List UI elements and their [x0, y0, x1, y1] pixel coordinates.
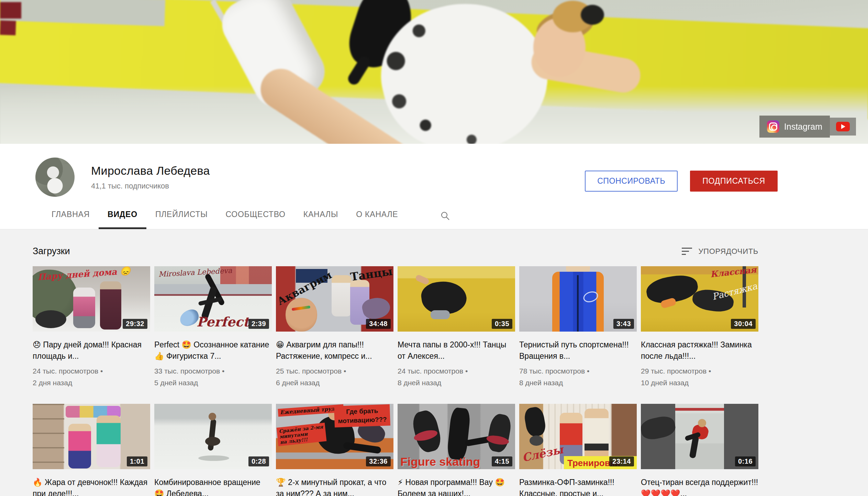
video-title[interactable]: Разминка-ОФП-заминка!!! Классные, просты… [519, 477, 637, 496]
thumb-art [68, 424, 91, 468]
video-title[interactable]: Мечта папы в 2000-х!!! Танцы от Алексея.… [398, 339, 515, 362]
sponsor-button[interactable]: СПОНСИРОВАТЬ [585, 171, 678, 192]
youtube-link[interactable] [830, 118, 856, 136]
video-thumbnail[interactable]: Слёзы Тренировки 23:14 [519, 404, 637, 469]
video-views: 33 тыс. просмотров • [154, 365, 272, 377]
channel-actions: СПОНСИРОВАТЬ ПОДПИСАТЬСЯ [585, 171, 778, 192]
instagram-label: Instagram [784, 122, 822, 132]
tab-community[interactable]: СООБЩЕСТВО [216, 203, 294, 229]
video-duration: 30:04 [731, 319, 756, 329]
thumb-art [431, 310, 450, 319]
subscribe-button[interactable]: ПОДПИСАТЬСЯ [690, 171, 778, 192]
video-card: Пару дней дома 😞 29:32 😞 Пару дней дома!… [33, 266, 150, 389]
tab-home[interactable]: ГЛАВНАЯ [43, 203, 99, 229]
video-title[interactable]: 😁 Аквагрим для папы!!! Растяжение, компр… [276, 339, 393, 362]
video-thumbnail[interactable]: Figure skating 4:15 [398, 404, 515, 469]
thumb-art [675, 408, 724, 411]
video-duration: 23:14 [609, 456, 634, 466]
video-date: 8 дней назад [398, 377, 515, 389]
thumb-overlay-text: Пару дней дома 😞 [37, 266, 131, 282]
video-thumbnail[interactable]: 1:01 [33, 404, 150, 469]
video-duration: 2:39 [248, 319, 269, 329]
thumb-overlay-text: Растяжка [711, 281, 758, 302]
video-thumbnail[interactable]: 3:43 [519, 266, 637, 332]
video-thumbnail[interactable]: Аквагрим Танцы 34:48 [276, 266, 393, 332]
video-title[interactable]: 🔥 Жара от девчонок!!! Каждая при деле!!!… [33, 477, 150, 496]
thumb-art [73, 288, 95, 328]
video-title[interactable]: 😞 Пару дней дома!!! Красная площадь и... [33, 339, 150, 362]
video-thumbnail[interactable]: 0:28 [154, 404, 272, 469]
video-views: 29 тыс. просмотров • [641, 365, 758, 377]
tab-channels[interactable]: КАНАЛЫ [294, 203, 347, 229]
thumb-overlay-text: Классная [710, 266, 757, 279]
thumb-art [208, 419, 216, 451]
thumb-art [209, 413, 216, 420]
video-date: 8 дней назад [519, 377, 637, 389]
thumb-art [530, 435, 543, 446]
video-duration: 0:16 [735, 456, 756, 466]
channel-info: Мирослава Лебедева 41,1 тыс. подписчиков [91, 164, 210, 191]
video-thumbnail[interactable]: Ежедневный труд!!! Сражён за 2-мя минута… [276, 404, 393, 469]
banner-social-links: Instagram [759, 116, 856, 138]
channel-header: Мирослава Лебедева 41,1 тыс. подписчиков… [0, 144, 868, 197]
tab-playlists[interactable]: ПЛЕЙЛИСТЫ [146, 203, 217, 229]
video-meta: 29 тыс. просмотров • 10 дней назад [641, 365, 758, 389]
tab-about[interactable]: О КАНАЛЕ [347, 203, 407, 229]
skater-hair-bow [581, 5, 604, 25]
subscriber-count: 41,1 тыс. подписчиков [91, 182, 210, 191]
thumb-art [410, 408, 444, 454]
youtube-icon [836, 122, 850, 131]
video-title[interactable]: 🏆 2-х минутный прокат, а что за ним??? А… [276, 477, 393, 496]
video-title[interactable]: Комбинированное вращение 🤩 Лебедева... [154, 477, 272, 496]
video-duration: 4:15 [492, 456, 512, 466]
tab-videos[interactable]: ВИДЕО [99, 203, 146, 229]
video-card: Figure skating 4:15 ⚡ Новая программа!!!… [398, 404, 515, 496]
video-title[interactable]: Отец-тиран всегда поддержит!!!❤️❤️❤️❤️..… [641, 477, 758, 496]
search-icon[interactable] [436, 204, 454, 229]
video-title[interactable]: ⚡ Новая программа!!! Вау 🤩 Болеем за наш… [398, 477, 515, 496]
video-title[interactable]: Perfect 🤩 Осознанное катание 👍 Фигуристк… [154, 339, 272, 362]
video-thumbnail[interactable]: Miroslava Lebedeva Perfect 2:39 [154, 266, 272, 332]
video-card: Слёзы Тренировки 23:14 Разминка-ОФП-зами… [519, 404, 637, 496]
video-meta: 33 тыс. просмотров • 5 дней назад [154, 365, 272, 389]
thumb-art [205, 437, 220, 446]
video-thumbnail[interactable]: 0:35 [398, 266, 515, 332]
video-thumbnail[interactable]: 0:16 [641, 404, 758, 469]
video-date: 6 дней назад [276, 377, 393, 389]
section-header: Загрузки УПОРЯДОЧИТЬ [33, 246, 758, 257]
video-grid: Пару дней дома 😞 29:32 😞 Пару дней дома!… [33, 266, 758, 496]
video-meta: 24 тыс. просмотров • 8 дней назад [398, 365, 515, 389]
video-card: Классная Растяжка 30:04 Классная растяжк… [641, 266, 758, 389]
sort-icon [682, 248, 692, 255]
thumb-overlay-text: Perfect [197, 314, 249, 330]
thumb-art [332, 275, 352, 316]
video-date: 5 дней назад [154, 377, 272, 389]
video-views: 24 тыс. просмотров • [398, 365, 515, 377]
thumb-art [698, 419, 706, 427]
video-card: 0:28 Комбинированное вращение 🤩 Лебедева… [154, 404, 272, 496]
video-card: 0:16 Отец-тиран всегда поддержит!!!❤️❤️❤… [641, 404, 758, 496]
sort-button[interactable]: УПОРЯДОЧИТЬ [682, 247, 758, 256]
thumb-overlay-text: Танцы [349, 266, 393, 283]
thumb-art [343, 442, 381, 454]
thumb-art [35, 310, 66, 328]
video-thumbnail[interactable]: Пару дней дома 😞 29:32 [33, 266, 150, 332]
video-title[interactable]: Тернистый путь спортсмена!!! Вращения в.… [519, 339, 637, 362]
thumb-art [415, 274, 430, 285]
thumb-art [97, 416, 121, 467]
video-card: 1:01 🔥 Жара от девчонок!!! Каждая при де… [33, 404, 150, 496]
video-title[interactable]: Классная растяжка!!! Заминка после льда!… [641, 339, 758, 362]
channel-avatar[interactable] [35, 158, 75, 197]
thumb-art [486, 413, 513, 454]
video-views: 78 тыс. просмотров • [519, 365, 637, 377]
banner-red-block [0, 2, 21, 19]
instagram-link[interactable]: Instagram [759, 116, 830, 138]
video-duration: 32:36 [366, 456, 391, 466]
video-card: Miroslava Lebedeva Perfect 2:39 Perfect … [154, 266, 272, 389]
video-card: 3:43 Тернистый путь спортсмена!!! Вращен… [519, 266, 637, 389]
video-thumbnail[interactable]: Классная Растяжка 30:04 [641, 266, 758, 332]
thumb-art [577, 275, 579, 332]
video-card: 0:35 Мечта папы в 2000-х!!! Танцы от Але… [398, 266, 515, 389]
thumb-art [641, 414, 677, 441]
video-duration: 29:32 [123, 319, 147, 329]
